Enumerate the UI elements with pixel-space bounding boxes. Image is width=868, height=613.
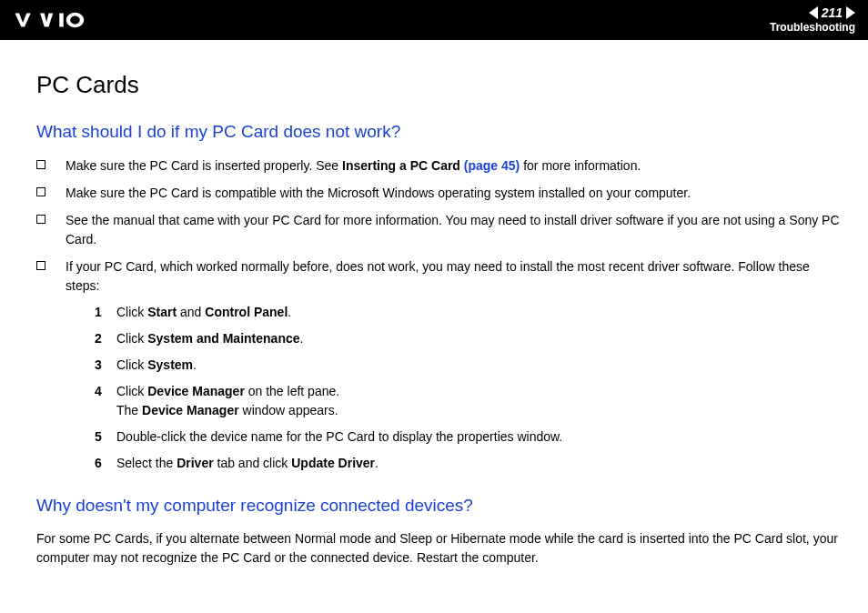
next-page-icon[interactable] (846, 6, 855, 19)
page-title: PC Cards (36, 67, 841, 103)
vaio-logo (13, 12, 113, 28)
step-number: 6 (95, 454, 116, 473)
bullet-icon (36, 160, 45, 169)
step-number: 1 (95, 303, 116, 322)
text-bold: Device Manager (142, 403, 239, 417)
bullet-text: Make sure the PC Card is compatible with… (66, 184, 841, 203)
svg-rect-0 (59, 14, 64, 27)
text-run: for more information. (520, 158, 641, 173)
list-item: Make sure the PC Card is compatible with… (36, 184, 841, 203)
page-link[interactable]: (page 45) (464, 158, 520, 173)
step-item: 1Click Start and Control Panel. (95, 303, 841, 322)
list-item: Make sure the PC Card is inserted proper… (36, 156, 841, 176)
text-run: and (177, 305, 205, 319)
step-text: Click System and Maintenance. (116, 329, 841, 348)
step-text: Double-click the device name for the PC … (116, 427, 841, 447)
step-item: 2Click System and Maintenance. (95, 329, 841, 348)
text-run: on the left pane. (245, 384, 339, 398)
page-number: 211 (820, 6, 844, 20)
step-text: Click System. (116, 356, 841, 375)
text-bold: Device Manager (147, 384, 245, 398)
text-bold: Update Driver (291, 456, 375, 470)
bullet-icon (36, 261, 45, 270)
step-number: 3 (95, 356, 116, 375)
text-run: Make sure the PC Card is inserted proper… (66, 158, 342, 173)
list-item: See the manual that came with your PC Ca… (36, 211, 841, 249)
text-run: window appears. (239, 403, 338, 417)
text-bold: System (147, 357, 193, 372)
step-number: 5 (95, 427, 116, 447)
text-run: . (193, 357, 197, 372)
step-text: Click Device Manager on the left pane.Th… (116, 382, 841, 420)
bullet-icon (36, 187, 45, 196)
page-nav: 211 (809, 6, 855, 20)
text-bold: Start (147, 305, 177, 319)
step-item: 4Click Device Manager on the left pane.T… (95, 382, 841, 420)
text-run: Select the (116, 456, 177, 470)
text-bold: System and Maintenance (147, 331, 299, 346)
text-run: Click (116, 384, 147, 398)
text-run: tab and click (214, 456, 292, 470)
bullet-icon (36, 215, 45, 224)
step-list: 1Click Start and Control Panel. 2Click S… (95, 303, 841, 473)
text-run: Click (116, 305, 147, 319)
text-run: . (375, 456, 378, 470)
text-run: . (288, 305, 291, 319)
step-number: 4 (95, 382, 116, 401)
bullet-text: Make sure the PC Card is inserted proper… (66, 156, 841, 176)
prev-page-icon[interactable] (809, 6, 818, 19)
section-label: Troubleshooting (770, 22, 855, 34)
bullet-text: See the manual that came with your PC Ca… (66, 211, 841, 249)
text-run: If your PC Card, which worked normally b… (66, 259, 810, 293)
question-1-heading: What should I do if my PC Card does not … (36, 119, 841, 146)
page-content: PC Cards What should I do if my PC Card … (0, 40, 868, 595)
bullet-text: If your PC Card, which worked normally b… (66, 257, 841, 480)
list-item: If your PC Card, which worked normally b… (36, 257, 841, 480)
text-run: Click (116, 331, 147, 346)
header-right: 211 Troubleshooting (770, 6, 855, 35)
header-bar: 211 Troubleshooting (0, 0, 868, 40)
text-run: Click (116, 357, 147, 372)
step-item: 5Double-click the device name for the PC… (95, 427, 841, 447)
text-bold: Control Panel (205, 305, 288, 319)
bullet-list: Make sure the PC Card is inserted proper… (36, 156, 841, 480)
text-run: The (116, 403, 142, 417)
step-text: Select the Driver tab and click Update D… (116, 454, 841, 473)
step-item: 3Click System. (95, 356, 841, 375)
text-bold: Inserting a PC Card (342, 158, 464, 173)
step-text: Click Start and Control Panel. (116, 303, 841, 322)
text-run: . (300, 331, 304, 346)
text-bold: Driver (177, 456, 213, 470)
body-paragraph: For some PC Cards, if you alternate betw… (36, 529, 841, 568)
question-2-heading: Why doesn't my computer recognize connec… (36, 493, 841, 519)
step-number: 2 (95, 329, 116, 348)
step-item: 6Select the Driver tab and click Update … (95, 454, 841, 473)
